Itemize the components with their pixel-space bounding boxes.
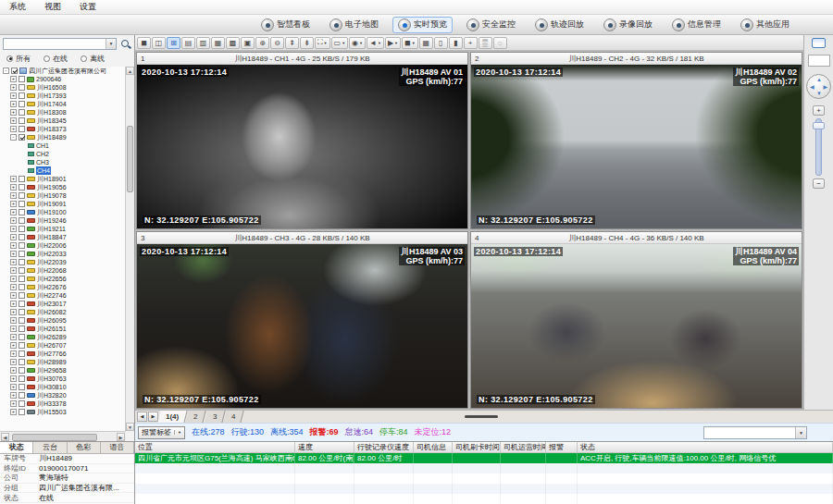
filter-all[interactable]: 所有 [6, 54, 31, 64]
layout-6-button[interactable]: ▤ [181, 37, 195, 49]
vehicle-row[interactable]: +川H26082 [0, 308, 126, 316]
arrow-left-icon[interactable]: ◀ [810, 84, 814, 90]
info-management-button[interactable]: 信息管理 [666, 17, 727, 33]
vehicle-checkbox[interactable] [19, 176, 25, 182]
table-row[interactable]: 四川省广元市元坝区G75(兰海高速) 马家峡西南699米82.00 公里/时(南… [135, 453, 833, 463]
radio-icon[interactable] [6, 55, 13, 62]
vehicle-row[interactable]: +川H22033 [0, 250, 126, 258]
vehicle-checkbox[interactable] [19, 201, 25, 207]
info-tab-ptz[interactable]: 云台 [33, 442, 67, 453]
audio-button[interactable]: ◄▼ [367, 37, 384, 49]
smart-dashboard-button[interactable]: 智慧看板 [255, 17, 316, 33]
info-tab-color[interactable]: 色彩 [68, 442, 101, 453]
vehicle-row[interactable]: +川H32820 [0, 391, 126, 400]
page-tab-1[interactable]: 1(4) [157, 411, 187, 423]
vehicle-row[interactable]: +川H19091 [0, 200, 126, 208]
video-cell-2[interactable]: 2 川H18489 - CH2 - 4G - 32 KB/S / 181 KB … [470, 52, 802, 229]
expand-icon[interactable]: + [10, 234, 17, 240]
expand-icon[interactable]: + [10, 209, 17, 215]
scroll-down-icon[interactable]: ▼ [126, 423, 134, 431]
vehicle-checkbox[interactable] [19, 367, 25, 374]
column-header[interactable]: 报警 [546, 442, 578, 452]
vehicle-checkbox[interactable] [19, 350, 25, 357]
expand-icon[interactable]: + [10, 76, 17, 82]
expand-icon[interactable]: + [10, 326, 17, 332]
vehicle-checkbox[interactable] [19, 409, 25, 415]
vehicle-row[interactable]: +川H17404 [0, 100, 126, 108]
safety-monitoring-button[interactable]: 安全监控 [461, 17, 521, 33]
radio-icon[interactable] [81, 55, 87, 62]
vehicle-checkbox[interactable] [19, 276, 25, 282]
page-tab-2[interactable]: 2 [186, 411, 207, 423]
channel-row[interactable]: CH2 [0, 150, 126, 158]
zoom-out-button[interactable]: ⊖ [270, 37, 284, 49]
chevron-down-icon[interactable]: ▼ [394, 41, 398, 45]
refresh-button[interactable]: ◌ [493, 37, 507, 49]
filter-offline[interactable]: 离线 [81, 54, 105, 64]
vehicle-row[interactable]: +川H30810 [0, 383, 126, 391]
vehicle-row[interactable]: +川H30763 [0, 375, 126, 383]
menu-settings[interactable]: 设置 [70, 0, 106, 14]
expand-icon[interactable]: + [10, 84, 17, 91]
channel-row[interactable]: CH4 [0, 166, 126, 175]
vehicle-checkbox[interactable] [19, 117, 25, 124]
expand-icon[interactable]: + [10, 317, 17, 324]
expand-icon[interactable]: + [10, 400, 17, 407]
zoom-in-button[interactable]: ⊕ [255, 37, 269, 49]
collapse-icon[interactable]: - [3, 68, 9, 74]
vehicle-row[interactable]: +川H26707 [0, 341, 126, 350]
arrow-down-icon[interactable]: ▼ [816, 91, 822, 96]
page-prev-icon[interactable]: ◀ [137, 412, 147, 422]
vehicle-checkbox[interactable] [19, 400, 25, 407]
vehicle-checkbox[interactable] [19, 342, 25, 349]
expand-icon[interactable]: + [10, 217, 17, 224]
vehicle-checkbox[interactable] [19, 92, 25, 99]
layout-9-button[interactable]: ▦ [211, 37, 225, 49]
expand-icon[interactable]: + [10, 176, 17, 182]
layout-4-button[interactable]: ⊞ [167, 37, 180, 49]
vehicle-checkbox[interactable] [19, 375, 25, 382]
vehicle-checkbox[interactable] [19, 309, 25, 315]
scroll-left-icon[interactable]: ◀ [1, 433, 9, 441]
expand-icon[interactable]: + [10, 359, 17, 365]
radio-icon[interactable] [44, 55, 50, 62]
expand-icon[interactable]: + [10, 392, 17, 399]
snapshot-button[interactable]: ◉▼ [349, 37, 366, 49]
video-cell-1[interactable]: 1 川H18489 - CH1 - 4G - 25 KB/S / 179 KB … [136, 52, 468, 229]
arrow-right-icon[interactable]: ▶ [823, 84, 827, 90]
vehicle-row[interactable]: +川H22656 [0, 275, 126, 283]
zoom-plus-button[interactable]: + [813, 105, 825, 116]
layout-2-button[interactable]: ◫ [152, 37, 166, 49]
expand-icon[interactable]: + [10, 284, 17, 290]
collapse-icon[interactable]: - [10, 134, 17, 141]
slider-thumb[interactable] [813, 122, 825, 129]
expand-icon[interactable]: + [10, 126, 17, 132]
stop-button[interactable]: ◼▼ [402, 37, 418, 49]
vehicle-row[interactable]: -川H18489 [0, 133, 126, 141]
page-next-icon[interactable]: ▶ [148, 412, 158, 422]
grid-settings-button[interactable]: ▒ [479, 37, 492, 49]
video-feed-driver-cam[interactable]: 2020-10-13 17:12:14 川H18489 AV 01 GPS (k… [137, 65, 467, 228]
vehicle-row[interactable]: +川H33378 [0, 400, 126, 408]
expand-icon[interactable]: + [10, 92, 17, 99]
info-tab-status[interactable]: 状态 [0, 442, 33, 453]
expand-icon[interactable]: + [10, 309, 17, 315]
expand-icon[interactable]: + [10, 117, 17, 124]
vehicle-checkbox[interactable] [19, 101, 25, 107]
vehicle-row[interactable]: +川H26151 [0, 325, 126, 333]
live-preview-button[interactable]: 实时预览 [392, 17, 453, 33]
scroll-right-icon[interactable]: ▶ [117, 433, 125, 441]
vehicle-checkbox[interactable] [19, 284, 25, 290]
info-tab-voice[interactable]: 语音 [101, 442, 134, 453]
vehicle-checkbox[interactable] [19, 267, 25, 274]
expand-icon[interactable]: + [10, 226, 17, 232]
vehicle-row[interactable]: +川H22039 [0, 258, 126, 266]
electronic-map-button[interactable]: 电子地图 [324, 17, 384, 33]
video-feed-rear-cabin-cam[interactable]: 2020-10-13 17:12:14 川H18489 AV 04 GPS (k… [471, 244, 802, 408]
expand-icon[interactable]: + [10, 375, 17, 382]
vehicle-row[interactable]: +川H19078 [0, 191, 126, 200]
vehicle-checkbox[interactable] [19, 84, 25, 91]
add-button[interactable]: + [464, 37, 478, 49]
vehicle-checkbox[interactable] [19, 184, 25, 191]
vehicle-row[interactable]: +川H18373 [0, 125, 126, 133]
